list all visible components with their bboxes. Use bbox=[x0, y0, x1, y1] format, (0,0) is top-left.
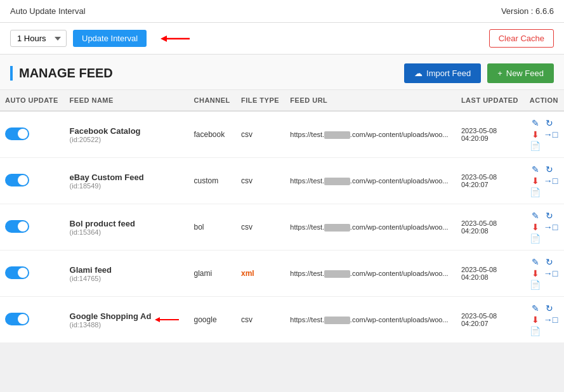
feed-url: https://test. .com/wp-content/uploads/wo… bbox=[290, 270, 448, 277]
channel-cell: facebook bbox=[189, 111, 236, 158]
interval-select[interactable]: 1 Hours 2 Hours 4 Hours 6 Hours 12 Hours… bbox=[10, 30, 67, 47]
auto-update-toggle[interactable] bbox=[5, 127, 29, 140]
table-row: Facebook Catalog(id:20522)facebookcsvhtt… bbox=[0, 111, 564, 158]
action-row-3: 📄 bbox=[530, 326, 559, 336]
feed-name-cell: Glami feed(id:14765) bbox=[65, 251, 189, 297]
file-icon[interactable]: 📄 bbox=[530, 141, 541, 151]
last-updated-cell: 2023-05-0804:20:08 bbox=[456, 204, 525, 251]
refresh-icon[interactable]: ↻ bbox=[544, 164, 555, 174]
file-type-cell: csv bbox=[236, 111, 285, 158]
last-updated-cell: 2023-05-0804:20:07 bbox=[456, 158, 525, 204]
download-icon[interactable]: ⬇ bbox=[530, 176, 541, 186]
share-icon[interactable]: →□ bbox=[544, 222, 555, 232]
update-interval-button[interactable]: Update Interval bbox=[73, 30, 147, 47]
row-arrow-icon bbox=[154, 315, 181, 324]
action-cell: ✎ ↻ ⬇ →□ 📄 bbox=[525, 204, 564, 251]
clear-cache-button[interactable]: Clear Cache bbox=[489, 29, 554, 48]
feed-name-cell: Bol product feed(id:15364) bbox=[65, 204, 189, 251]
feed-url-cell: https://test. .com/wp-content/uploads/wo… bbox=[285, 251, 456, 297]
action-cell: ✎ ↻ ⬇ →□ 📄 bbox=[525, 111, 564, 158]
share-icon[interactable]: →□ bbox=[544, 176, 555, 186]
refresh-icon[interactable]: ↻ bbox=[544, 303, 555, 313]
action-icons: ✎ ↻ ⬇ →□ 📄 bbox=[530, 118, 559, 151]
svg-marker-3 bbox=[155, 317, 160, 322]
url-blurred bbox=[324, 131, 350, 138]
url-blurred bbox=[324, 270, 350, 277]
edit-icon[interactable]: ✎ bbox=[530, 118, 541, 128]
edit-icon[interactable]: ✎ bbox=[530, 257, 541, 267]
auto-update-toggle[interactable] bbox=[5, 220, 29, 233]
file-icon[interactable]: 📄 bbox=[530, 280, 541, 290]
action-row-2: ⬇ →□ bbox=[530, 268, 559, 278]
edit-icon[interactable]: ✎ bbox=[530, 164, 541, 174]
edit-icon[interactable]: ✎ bbox=[530, 211, 541, 221]
import-feed-button[interactable]: ☁ Import Feed bbox=[404, 63, 481, 83]
refresh-icon[interactable]: ↻ bbox=[544, 211, 555, 221]
feed-name-cell: Facebook Catalog(id:20522) bbox=[65, 111, 189, 158]
action-cell: ✎ ↻ ⬇ →□ 📄 bbox=[525, 297, 564, 343]
feed-url-cell: https://test. .com/wp-content/uploads/wo… bbox=[285, 297, 456, 343]
refresh-icon[interactable]: ↻ bbox=[544, 257, 555, 267]
table-row: Bol product feed(id:15364)bolcsvhttps://… bbox=[0, 204, 564, 251]
file-type: xml bbox=[241, 269, 254, 278]
auto-update-toggle[interactable] bbox=[5, 174, 29, 186]
share-icon[interactable]: →□ bbox=[544, 129, 555, 140]
feed-url: https://test. .com/wp-content/uploads/wo… bbox=[290, 223, 448, 231]
toggle-cell bbox=[0, 158, 65, 204]
action-icons: ✎ ↻ ⬇ →□ 📄 bbox=[530, 211, 559, 244]
table-row: Glami feed(id:14765)glamixmlhttps://test… bbox=[0, 251, 564, 297]
col-last-updated: LAST UPDATED bbox=[456, 90, 525, 111]
auto-update-toggle[interactable] bbox=[5, 266, 29, 279]
feed-url: https://test. .com/wp-content/uploads/wo… bbox=[290, 316, 448, 323]
cloud-upload-icon: ☁ bbox=[414, 69, 423, 78]
last-updated-time: 04:20:09 bbox=[461, 134, 520, 142]
feed-name: eBay Custom Feed bbox=[70, 173, 184, 182]
action-row-3: 📄 bbox=[530, 280, 559, 290]
file-type-cell: csv bbox=[236, 297, 285, 343]
download-icon[interactable]: ⬇ bbox=[530, 222, 541, 232]
refresh-icon[interactable]: ↻ bbox=[544, 118, 555, 128]
feed-table: AUTO UPDATE FEED NAME CHANNEL FILE TYPE … bbox=[0, 90, 564, 343]
url-blurred bbox=[324, 224, 350, 231]
action-row-3: 📄 bbox=[530, 187, 559, 197]
download-icon[interactable]: ⬇ bbox=[530, 129, 541, 140]
manage-actions: ☁ Import Feed + New Feed bbox=[404, 63, 554, 83]
last-updated-time: 04:20:07 bbox=[461, 320, 520, 327]
file-icon[interactable]: 📄 bbox=[530, 187, 541, 197]
manage-title: MANAGE FEED bbox=[10, 66, 113, 81]
last-updated-date: 2023-05-08 bbox=[461, 312, 520, 320]
interval-bar: 1 Hours 2 Hours 4 Hours 6 Hours 12 Hours… bbox=[0, 23, 564, 55]
feed-url-cell: https://test. .com/wp-content/uploads/wo… bbox=[285, 204, 456, 251]
manage-feed-section: MANAGE FEED ☁ Import Feed + New Feed AUT… bbox=[0, 55, 564, 343]
download-icon[interactable]: ⬇ bbox=[530, 268, 541, 278]
feed-id: (id:15364) bbox=[70, 228, 184, 236]
arrow-indicator bbox=[158, 33, 192, 44]
action-row-2: ⬇ →□ bbox=[530, 129, 559, 140]
channel-cell: google bbox=[189, 297, 236, 343]
feed-id: (id:14765) bbox=[70, 275, 184, 282]
channel-cell: bol bbox=[189, 204, 236, 251]
file-icon[interactable]: 📄 bbox=[530, 326, 541, 336]
last-updated-time: 04:20:08 bbox=[461, 227, 520, 235]
svg-marker-1 bbox=[161, 36, 167, 42]
last-updated-date: 2023-05-08 bbox=[461, 173, 520, 181]
table-row: Google Shopping Ad (id:13488) googlecsvh… bbox=[0, 297, 564, 343]
feed-name: Bol product feed bbox=[70, 219, 184, 228]
col-file-type: FILE TYPE bbox=[236, 90, 285, 111]
new-feed-button[interactable]: + New Feed bbox=[487, 63, 554, 83]
last-updated-time: 04:20:08 bbox=[461, 273, 520, 281]
feed-name: Glami feed bbox=[70, 265, 184, 275]
feed-url: https://test. .com/wp-content/uploads/wo… bbox=[290, 177, 448, 185]
file-icon[interactable]: 📄 bbox=[530, 233, 541, 244]
edit-icon[interactable]: ✎ bbox=[530, 303, 541, 313]
auto-update-toggle[interactable] bbox=[5, 313, 29, 325]
share-icon[interactable]: →□ bbox=[544, 268, 555, 278]
last-updated-cell: 2023-05-0804:20:07 bbox=[456, 297, 525, 343]
download-icon[interactable]: ⬇ bbox=[530, 315, 541, 325]
url-blurred bbox=[324, 178, 350, 185]
feed-url-cell: https://test. .com/wp-content/uploads/wo… bbox=[285, 111, 456, 158]
share-icon[interactable]: →□ bbox=[544, 315, 555, 325]
feed-name: Facebook Catalog bbox=[70, 126, 184, 136]
last-updated-date: 2023-05-08 bbox=[461, 127, 520, 134]
action-row-2: ⬇ →□ bbox=[530, 222, 559, 232]
